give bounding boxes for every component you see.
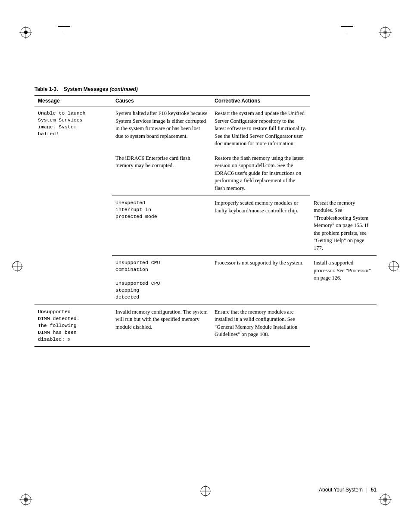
- col-header-actions: Corrective Actions: [211, 95, 310, 106]
- footer-separator: |: [366, 486, 367, 493]
- message-cell-3: Unsupported CPUcombinationUnsupported CP…: [112, 256, 211, 305]
- table-row: UnsupportedDIMM detected.The followingDI…: [34, 305, 377, 346]
- reg-mark-mid-left: [11, 260, 24, 273]
- table-title-italic: (continued): [110, 86, 138, 92]
- footer-page-number: 51: [371, 487, 377, 493]
- reg-mark-bottom-left: [19, 493, 32, 506]
- causes-cell-2: Improperly seated memory modules or faul…: [211, 196, 310, 256]
- causes-cell-1a: System halted after F10 keystroke becaus…: [112, 106, 211, 153]
- actions-cell-4: Ensure that the memory modules are insta…: [211, 305, 310, 346]
- main-content: Table 1-3. System Messages (continued) M…: [34, 86, 377, 347]
- col-header-message: Message: [34, 95, 112, 106]
- col-header-causes: Causes: [112, 95, 211, 106]
- reg-mark-mid-right: [387, 260, 400, 273]
- crosshair-tick-top-right-h: [341, 26, 353, 27]
- crosshair-tick-top-left-v: [64, 21, 64, 33]
- actions-cell-1b: Restore the flash memory using the lates…: [211, 153, 310, 196]
- page: Table 1-3. System Messages (continued) M…: [0, 0, 411, 532]
- reg-mark-top-right: [379, 26, 392, 39]
- table-title: Table 1-3. System Messages (continued): [34, 86, 377, 92]
- causes-cell-3: Processor is not supported by the system…: [211, 256, 310, 305]
- message-cell-1: Unable to launchSystem Servicesimage. Sy…: [34, 106, 112, 305]
- page-footer: About Your System | 51: [0, 486, 411, 493]
- table-row: Unable to launchSystem Servicesimage. Sy…: [34, 106, 377, 153]
- table-label: Table 1-3.: [34, 86, 58, 92]
- table-title-plain: System Messages: [64, 86, 110, 92]
- causes-cell-4: Invalid memory configuration. The system…: [112, 305, 211, 346]
- table-header-row: Message Causes Corrective Actions: [34, 95, 377, 106]
- causes-cell-1b: The iDRAC6 Enterprise card flash memory …: [112, 153, 211, 196]
- crosshair-tick-top-right-v: [347, 21, 347, 33]
- message-cell-4: UnsupportedDIMM detected.The followingDI…: [34, 305, 112, 346]
- crosshair-tick-top-left-h: [58, 26, 70, 27]
- message-cell-2: Unexpectedinterrupt inprotected mode: [112, 196, 211, 256]
- actions-cell-1a: Restart the system and update the Unifie…: [211, 106, 310, 153]
- reg-mark-bottom-right: [379, 493, 392, 506]
- actions-cell-3: Install a supported processor. See "Proc…: [310, 256, 377, 305]
- footer-section-text: About Your System: [319, 487, 363, 493]
- system-messages-table: Message Causes Corrective Actions Unable…: [34, 95, 377, 347]
- reg-mark-top-left: [19, 26, 32, 39]
- actions-cell-2: Reseat the memory modules. See "Troubles…: [310, 196, 377, 256]
